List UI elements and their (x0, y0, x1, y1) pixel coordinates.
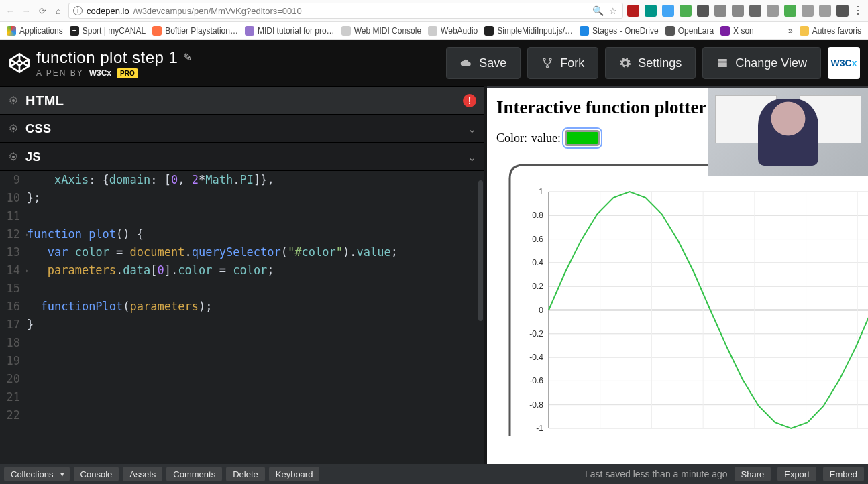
collections-dropdown[interactable]: Collections (4, 467, 70, 481)
plot-svg[interactable]: -1-0.8-0.6-0.4-0.200.20.40.60.81 (496, 158, 868, 436)
ext-icon[interactable] (645, 5, 657, 17)
color-input[interactable] (565, 130, 600, 146)
site-info-icon[interactable]: i (73, 6, 83, 15)
fork-label: Fork (560, 56, 584, 70)
code-line[interactable]: 17} (0, 316, 484, 334)
nav-home-button[interactable]: ⌂ (52, 5, 64, 17)
comments-button[interactable]: Comments (166, 467, 222, 481)
edit-title-icon[interactable]: ✎ (183, 51, 192, 64)
svg-text:0.8: 0.8 (532, 210, 543, 220)
bookmark-label: WebAudio (441, 26, 478, 36)
panel-header-js[interactable]: JS ⌄ (0, 143, 484, 171)
scrollbar-thumb[interactable] (478, 180, 483, 321)
fork-button[interactable]: Fork (527, 47, 598, 79)
bookmark-item[interactable]: OpenLara (665, 26, 714, 36)
code-line[interactable]: 16 functionPlot(parameters); (0, 298, 484, 316)
code-content: parameters.data[0].color = color; (27, 261, 274, 280)
ext-icon[interactable] (749, 5, 761, 17)
code-line[interactable]: 22 (0, 406, 484, 424)
embed-button[interactable]: Embed (823, 467, 864, 481)
bookmark-item[interactable]: Boîtier Playstation… (152, 26, 238, 36)
bookmark-icon (341, 26, 351, 36)
gutter: 19 (0, 352, 27, 370)
code-line[interactable]: 11 (0, 207, 484, 225)
gear-icon[interactable] (8, 123, 19, 134)
delete-button[interactable]: Delete (226, 467, 265, 481)
error-badge-icon[interactable]: ! (463, 94, 476, 107)
star-icon[interactable]: ☆ (609, 6, 617, 16)
code-line[interactable]: 15 (0, 280, 484, 298)
code-line[interactable]: 20 (0, 370, 484, 388)
bookmark-item[interactable]: + Sport | myCANAL (70, 26, 146, 36)
panel-title: CSS (25, 122, 52, 136)
code-line[interactable]: 19 (0, 352, 484, 370)
svg-point-9 (12, 127, 15, 130)
bookmark-item[interactable]: MIDI tutorial for pro… (245, 26, 335, 36)
bookmark-item[interactable]: Stages - OneDrive (580, 26, 659, 36)
ext-icon[interactable] (680, 5, 692, 17)
bookmark-overflow[interactable]: » (788, 26, 793, 36)
save-button[interactable]: Save (446, 47, 521, 79)
code-line[interactable]: 10}; (0, 189, 484, 207)
gear-icon[interactable] (8, 152, 19, 162)
apps-button[interactable]: Applications (7, 26, 63, 36)
gutter: 20 (0, 370, 27, 388)
gutter: 15 (0, 280, 27, 298)
nav-back-button[interactable]: ← (4, 5, 16, 17)
nav-reload-button[interactable]: ⟳ (36, 5, 48, 17)
bookmark-item[interactable]: SimpleMidiInput.js/… (484, 26, 573, 36)
code-editor[interactable]: 9 xAxis: {domain: [0, 2*Math.PI]},10};11… (0, 171, 484, 464)
browser-menu-icon[interactable]: ⋮ (853, 5, 864, 16)
bookmark-bar: Applications + Sport | myCANAL Boîtier P… (0, 22, 868, 40)
bookmark-item[interactable]: WebAudio (428, 26, 478, 36)
bookmark-label: Boîtier Playstation… (165, 26, 238, 36)
change-view-button[interactable]: Change View (702, 47, 821, 79)
cast-icon[interactable] (697, 5, 709, 17)
code-content (27, 388, 34, 406)
code-line[interactable]: 21 (0, 388, 484, 406)
pen-title-block: function plot step 1 ✎ A PEN BY W3Cx PRO (36, 48, 192, 78)
other-bookmarks[interactable]: Autres favoris (800, 26, 861, 36)
gear-icon[interactable] (8, 95, 19, 106)
chevron-down-icon[interactable]: ⌄ (468, 123, 476, 135)
bookmark-item[interactable]: Web MIDI Console (341, 26, 421, 36)
ext-icon[interactable] (784, 5, 796, 17)
ext-icon[interactable] (802, 5, 814, 17)
ext-icon[interactable] (767, 5, 779, 17)
other-bookmarks-label: Autres favoris (812, 26, 861, 36)
export-button[interactable]: Export (777, 467, 816, 481)
code-line[interactable]: 13 var color = document.querySelector("#… (0, 243, 484, 261)
chevron-down-icon[interactable]: ⌄ (468, 151, 476, 164)
ext-icon[interactable] (819, 5, 831, 17)
pen-title[interactable]: function plot step 1 (36, 48, 178, 67)
ext-icon[interactable] (732, 5, 744, 17)
code-line[interactable]: 18 (0, 334, 484, 352)
ext-icon[interactable] (662, 5, 674, 17)
console-button[interactable]: Console (74, 467, 119, 481)
code-line[interactable]: 9 xAxis: {domain: [0, 2*Math.PI]}, (0, 171, 484, 189)
code-line[interactable]: 14▸ parameters.data[0].color = color; (0, 261, 484, 280)
bookmark-icon (665, 26, 675, 36)
zoom-icon[interactable]: 🔍 (592, 5, 604, 16)
keyboard-button[interactable]: Keyboard (269, 467, 320, 481)
settings-button[interactable]: Settings (605, 47, 696, 79)
panel-header-html[interactable]: HTML ! (0, 86, 484, 115)
assets-button[interactable]: Assets (123, 467, 162, 481)
user-avatar[interactable]: W3Cx (828, 47, 860, 79)
ext-overflow-icon[interactable] (836, 5, 849, 17)
bookmark-item[interactable]: X son (720, 26, 754, 36)
codepen-logo-icon[interactable] (8, 52, 31, 74)
share-button[interactable]: Share (735, 467, 771, 481)
pen-author[interactable]: W3Cx (89, 68, 111, 78)
apps-icon (7, 26, 16, 36)
plot-container: -1-0.8-0.6-0.4-0.200.20.40.60.81 (496, 158, 859, 436)
ext-icon[interactable] (627, 5, 639, 17)
code-line[interactable]: 12▸function plot() { (0, 225, 484, 243)
panel-header-css[interactable]: CSS ⌄ (0, 115, 484, 143)
url-host: codepen.io (87, 6, 129, 16)
gutter: 21 (0, 388, 27, 406)
address-bar[interactable]: i codepen.io/w3devcampus/pen/MmVvKg?edit… (68, 3, 623, 19)
nav-fwd-button[interactable]: → (20, 5, 32, 17)
ext-icon[interactable] (714, 5, 726, 17)
bookmark-icon (484, 26, 494, 36)
